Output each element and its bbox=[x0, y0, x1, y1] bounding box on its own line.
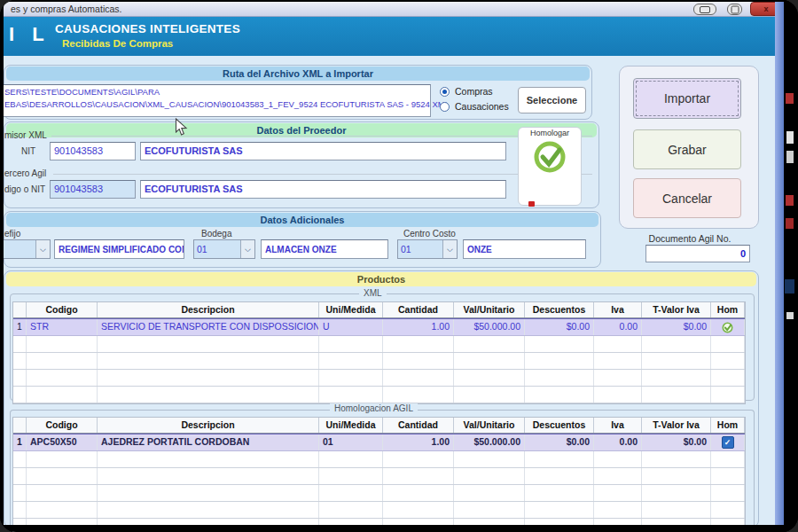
cancelar-button[interactable]: Cancelar bbox=[633, 178, 741, 218]
cell-descuentos[interactable] bbox=[525, 502, 594, 518]
prefijo-text-field[interactable]: REGIMEN SIMPLIFICADO COM bbox=[54, 239, 184, 259]
cell-num[interactable] bbox=[13, 485, 27, 501]
cell-hom[interactable] bbox=[711, 336, 745, 352]
cell-cantidad[interactable] bbox=[383, 387, 454, 403]
cell-iva[interactable] bbox=[594, 353, 642, 369]
cell-cantidad[interactable] bbox=[383, 502, 454, 518]
cell-codigo[interactable] bbox=[27, 502, 98, 518]
cell-hom[interactable] bbox=[711, 468, 745, 484]
cell-descripcion[interactable] bbox=[98, 468, 319, 484]
cell-iva[interactable]: 0.00 bbox=[594, 434, 642, 450]
cell-num[interactable] bbox=[13, 468, 27, 484]
nit-field[interactable]: 901043583 bbox=[50, 142, 136, 160]
table-empty-row[interactable] bbox=[13, 336, 745, 353]
cell-iva[interactable] bbox=[594, 485, 642, 501]
cell-hom[interactable] bbox=[711, 353, 745, 369]
bodega-text-field[interactable]: ALMACEN ONZE bbox=[261, 239, 388, 259]
cell-descuentos[interactable] bbox=[525, 353, 594, 369]
cell-valunitario[interactable] bbox=[454, 336, 525, 352]
cell-descripcion[interactable] bbox=[98, 387, 319, 403]
cell-descripcion[interactable] bbox=[98, 451, 319, 467]
cell-unimedida[interactable] bbox=[319, 502, 383, 518]
table-empty-row[interactable] bbox=[13, 370, 745, 387]
cell-cantidad[interactable] bbox=[383, 468, 454, 484]
cell-valunitario[interactable] bbox=[454, 502, 525, 518]
cell-tvaloriva[interactable]: $0.00 bbox=[642, 319, 711, 335]
documento-agil-field[interactable]: 0 bbox=[645, 245, 750, 262]
importar-button[interactable]: Importar bbox=[633, 78, 741, 119]
cell-descuentos[interactable]: $0.00 bbox=[525, 319, 594, 335]
cell-unimedida[interactable] bbox=[319, 485, 383, 501]
cell-valunitario[interactable] bbox=[454, 485, 525, 501]
cell-codigo[interactable] bbox=[27, 387, 98, 403]
cell-cantidad[interactable]: 1.00 bbox=[383, 434, 454, 450]
cell-codigo[interactable] bbox=[27, 468, 98, 484]
radio-causaciones[interactable] bbox=[440, 102, 450, 112]
cell-unimedida[interactable] bbox=[319, 468, 383, 484]
cell-codigo[interactable] bbox=[27, 451, 98, 467]
cell-descuentos[interactable] bbox=[525, 336, 594, 352]
cell-codigo[interactable] bbox=[27, 336, 98, 352]
cell-cantidad[interactable] bbox=[383, 370, 454, 386]
bodega-combobox[interactable]: 01⌵ bbox=[193, 239, 255, 259]
cell-tvaloriva[interactable] bbox=[642, 468, 711, 484]
table-empty-row[interactable] bbox=[13, 502, 745, 519]
cell-descripcion[interactable] bbox=[98, 353, 319, 369]
cell-unimedida[interactable]: 01 bbox=[319, 434, 383, 450]
cell-codigo[interactable] bbox=[27, 353, 98, 369]
cell-codigo[interactable] bbox=[27, 485, 98, 501]
checkbox-checked-icon[interactable]: ✓ bbox=[711, 434, 745, 450]
cell-hom[interactable] bbox=[711, 451, 745, 467]
minimize-icon[interactable] bbox=[693, 4, 716, 15]
codigo-nit-field[interactable]: 901043583 bbox=[50, 180, 136, 199]
centro-costo-text-field[interactable]: ONZE bbox=[463, 239, 586, 259]
cell-unimedida[interactable] bbox=[319, 451, 383, 467]
cell-cantidad[interactable] bbox=[383, 336, 454, 352]
cell-unimedida[interactable]: U bbox=[319, 319, 383, 335]
emisor-name-field[interactable]: ECOFUTURISTA SAS bbox=[140, 142, 506, 160]
check-circle-icon[interactable] bbox=[532, 139, 567, 178]
cell-descripcion[interactable]: AJEDREZ PORTATIL CORDOBAN bbox=[98, 434, 319, 450]
cell-cantidad[interactable] bbox=[383, 485, 454, 501]
cell-iva[interactable] bbox=[594, 468, 642, 484]
cell-iva[interactable] bbox=[594, 451, 642, 467]
cell-num[interactable] bbox=[13, 387, 27, 403]
table-empty-row[interactable] bbox=[13, 451, 745, 468]
cell-hom[interactable] bbox=[711, 370, 745, 386]
cell-codigo[interactable]: STR bbox=[27, 319, 98, 335]
check-circle-icon[interactable] bbox=[711, 319, 745, 335]
cell-descripcion[interactable] bbox=[98, 336, 319, 352]
cell-descripcion[interactable] bbox=[98, 485, 319, 501]
cell-num[interactable] bbox=[13, 353, 27, 369]
cell-descripcion[interactable] bbox=[98, 502, 319, 518]
cell-num[interactable] bbox=[13, 502, 27, 518]
cell-num[interactable] bbox=[13, 336, 27, 352]
chevron-down-icon[interactable]: ⌵ bbox=[442, 240, 457, 258]
seleccione-button[interactable]: Seleccione bbox=[518, 87, 586, 113]
cell-tvaloriva[interactable] bbox=[642, 353, 711, 369]
cell-valunitario[interactable] bbox=[454, 353, 525, 369]
table-row[interactable]: 1STRSERVICIO DE TRANSPORTE CON DISPOSSIC… bbox=[13, 318, 745, 336]
table-empty-row[interactable] bbox=[13, 353, 745, 370]
cell-unimedida[interactable] bbox=[319, 353, 383, 369]
cell-iva[interactable]: 0.00 bbox=[594, 319, 642, 335]
cell-iva[interactable] bbox=[594, 387, 642, 403]
cell-descuentos[interactable] bbox=[525, 387, 594, 403]
cell-valunitario[interactable] bbox=[454, 387, 525, 403]
cell-unimedida[interactable] bbox=[319, 336, 383, 352]
cell-descuentos[interactable] bbox=[525, 370, 594, 386]
cell-tvaloriva[interactable] bbox=[642, 502, 711, 518]
table-empty-row[interactable] bbox=[13, 387, 745, 403]
cell-codigo[interactable]: APC50X50 bbox=[27, 434, 98, 450]
cell-num[interactable]: 1 bbox=[13, 319, 27, 335]
cell-codigo[interactable] bbox=[27, 370, 98, 386]
cell-hom[interactable] bbox=[711, 502, 745, 518]
cell-unimedida[interactable] bbox=[319, 387, 383, 403]
prefijo-combobox[interactable]: ⌵ bbox=[0, 239, 51, 259]
table-empty-row[interactable] bbox=[13, 468, 745, 485]
table-empty-row[interactable] bbox=[13, 485, 745, 502]
cell-descuentos[interactable] bbox=[525, 468, 594, 484]
cell-num[interactable]: 1 bbox=[13, 434, 27, 450]
cell-iva[interactable] bbox=[594, 336, 642, 352]
cell-valunitario[interactable]: $50.000.00 bbox=[454, 434, 525, 450]
